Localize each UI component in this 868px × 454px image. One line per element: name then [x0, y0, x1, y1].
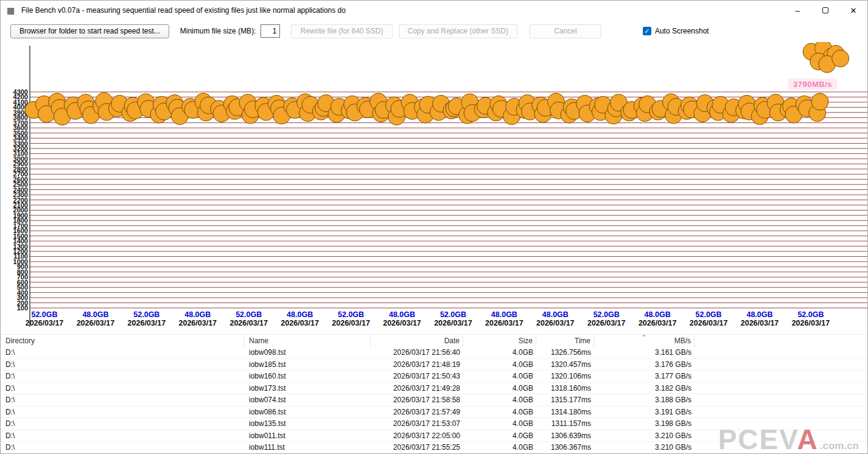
cell-size: 4.0GB: [463, 396, 536, 404]
x-date-label: 2026/03/17: [281, 319, 319, 327]
cell-name: iobw098.tst: [244, 348, 371, 357]
cell-name: iobw074.tst: [244, 396, 371, 404]
x-size-label: 48.0GB: [287, 310, 313, 319]
cell-date: 2026/03/17 21:49:28: [371, 384, 463, 393]
cell-directory: D:\: [1, 360, 244, 369]
table-body: D:\iobw098.tst2026/03/17 21:56:404.0GB13…: [1, 347, 868, 454]
cell-size: 4.0GB: [463, 443, 536, 452]
x-size-label: 52.0GB: [797, 310, 824, 319]
cell-time: 1306.639ms: [536, 431, 594, 440]
copy-replace-button[interactable]: Copy and Replace (other SSD): [399, 24, 517, 38]
auto-screenshot-option[interactable]: ✓ Auto Screenshot: [643, 27, 709, 35]
cell-size: 4.0GB: [463, 360, 536, 369]
speed-chart: 4300420041004000390038003700360035003400…: [1, 42, 868, 334]
table-row[interactable]: D:\iobw098.tst2026/03/17 21:56:404.0GB13…: [1, 347, 868, 359]
auto-screenshot-checkbox[interactable]: ✓: [643, 27, 651, 35]
cell-name: iobw160.tst: [244, 372, 371, 380]
cell-size: 4.0GB: [463, 348, 536, 357]
app-window: ▦ File Bench v0.07a - measuring sequenti…: [0, 0, 868, 454]
col-header-date[interactable]: Date: [371, 335, 463, 347]
cell-date: 2026/03/17 21:58:58: [371, 396, 463, 404]
min-file-size-input[interactable]: [261, 24, 280, 38]
table-row[interactable]: D:\iobw135.tst2026/03/17 21:53:074.0GB13…: [1, 418, 868, 430]
cell-directory: D:\: [1, 443, 244, 452]
x-date-label: 2026/03/17: [229, 319, 268, 327]
app-icon: ▦: [7, 5, 16, 15]
table-row[interactable]: D:\iobw185.tst2026/03/17 21:48:194.0GB13…: [1, 359, 868, 371]
cell-size: 4.0GB: [463, 431, 536, 440]
x-size-label: 52.0GB: [31, 310, 57, 319]
x-size-label: 48.0GB: [542, 310, 569, 319]
cell-directory: D:\: [1, 372, 244, 380]
cell-size: 4.0GB: [463, 419, 536, 428]
x-date-label: 2026/03/17: [741, 319, 779, 327]
x-size-label: 48.0GB: [746, 310, 772, 319]
x-date-label: 2026/03/17: [77, 319, 115, 327]
window-controls: – ✕: [783, 1, 867, 20]
cell-date: 2026/03/17 21:57:49: [371, 408, 463, 416]
table-row[interactable]: D:\iobw173.tst2026/03/17 21:49:284.0GB13…: [1, 383, 868, 395]
cell-directory: D:\: [1, 348, 244, 357]
y-tick-label: 100: [17, 304, 28, 312]
window-title: File Bench v0.07a - measuring sequential…: [21, 6, 783, 15]
x-size-label: 52.0GB: [696, 310, 722, 319]
sort-ascending-icon: ^: [643, 335, 646, 343]
x-size-label: 52.0GB: [236, 310, 262, 319]
cancel-button[interactable]: Cancel: [530, 24, 601, 38]
cell-time: 1326.756ms: [536, 348, 594, 357]
rewrite-file-button[interactable]: Rewrite file (for 840 SSD): [291, 24, 392, 38]
col-header-size[interactable]: Size: [463, 335, 536, 347]
min-file-size-label: Minimum file size (MB):: [180, 27, 256, 35]
cell-name: iobw111.tst: [244, 443, 371, 452]
cell-directory: D:\: [1, 384, 244, 393]
cell-speed: 3.161 GB/s: [594, 348, 695, 357]
x-date-label: 2026/03/17: [332, 319, 370, 327]
table-header: Directory Name Date Size Time ^ MB/s: [1, 335, 868, 347]
minimize-button[interactable]: –: [783, 1, 811, 20]
x-size-label: 48.0GB: [389, 310, 415, 319]
x-date-label: 2026/03/17: [536, 319, 575, 327]
cell-speed: 3.191 GB/s: [594, 408, 695, 416]
current-speed-badge: 3790MB/s: [788, 79, 837, 90]
col-header-directory[interactable]: Directory: [1, 335, 244, 347]
cell-directory: D:\: [1, 431, 244, 440]
col-header-label: Time: [575, 337, 590, 345]
data-point: [832, 50, 849, 67]
toolbar: Browser for folder to start read speed t…: [1, 20, 867, 42]
cell-name: iobw135.tst: [244, 419, 371, 428]
cell-time: 1315.177ms: [536, 396, 594, 404]
x-size-label: 48.0GB: [184, 310, 211, 319]
col-header-label: Name: [249, 337, 268, 345]
maximize-button[interactable]: [811, 1, 839, 20]
table-row[interactable]: D:\iobw086.tst2026/03/17 21:57:494.0GB13…: [1, 407, 868, 419]
table-row[interactable]: D:\iobw011.tst2026/03/17 22:05:004.0GB13…: [1, 430, 868, 442]
cell-speed: 3.177 GB/s: [594, 372, 695, 380]
x-date-label: 2026/03/17: [485, 319, 523, 327]
x-size-label: 48.0GB: [645, 310, 671, 319]
col-header-time[interactable]: Time: [536, 335, 594, 347]
x-date-label: 2026/03/17: [128, 319, 166, 327]
col-header-filler: [695, 335, 868, 347]
table-row[interactable]: D:\iobw074.tst2026/03/17 21:58:584.0GB13…: [1, 394, 868, 407]
cell-time: 1320.106ms: [536, 372, 594, 380]
col-header-label: MB/s: [674, 337, 691, 345]
col-header-name[interactable]: Name: [244, 335, 371, 347]
table-row[interactable]: D:\iobw160.tst2026/03/17 21:50:434.0GB13…: [1, 371, 868, 383]
x-date-label: 2026/03/17: [383, 319, 421, 327]
cell-directory: D:\: [1, 408, 244, 416]
x-date-label: 2026/03/17: [179, 319, 217, 327]
x-date-label: 2026/03/17: [639, 319, 677, 327]
chart-canvas: 4300420041004000390038003700360035003400…: [1, 42, 868, 334]
cell-time: 1314.180ms: [536, 408, 594, 416]
table-row[interactable]: D:\iobw111.tst2026/03/17 21:55:254.0GB13…: [1, 442, 868, 454]
col-header-label: Size: [519, 337, 533, 345]
cell-size: 4.0GB: [463, 384, 536, 393]
x-size-label: 48.0GB: [491, 310, 517, 319]
close-button[interactable]: ✕: [839, 1, 867, 20]
cell-speed: 3.176 GB/s: [594, 360, 695, 369]
cell-name: iobw185.tst: [244, 360, 371, 369]
col-header-speed[interactable]: ^ MB/s: [594, 335, 695, 347]
title-bar: ▦ File Bench v0.07a - measuring sequenti…: [1, 1, 867, 20]
browse-folder-button[interactable]: Browser for folder to start read speed t…: [10, 24, 169, 38]
cell-directory: D:\: [1, 396, 244, 404]
